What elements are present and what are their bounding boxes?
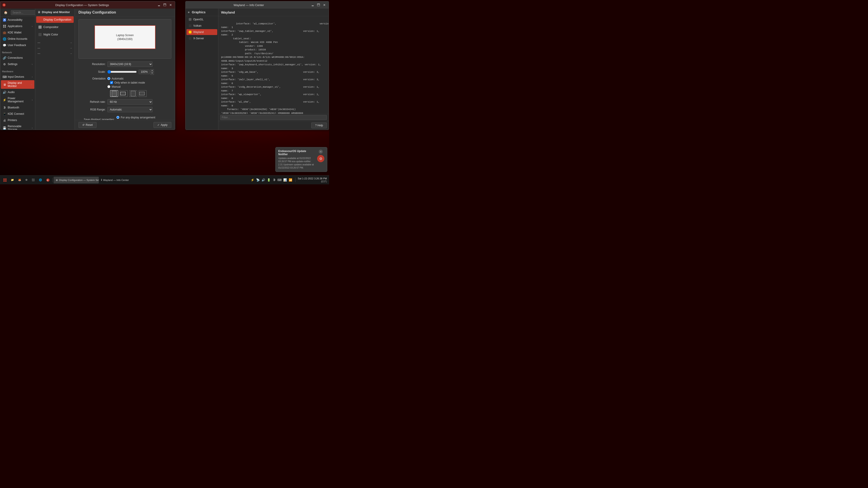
info-text-area: interface: 'wl_compositor', version: 4, … [218, 16, 329, 114]
graphics-item-x-server[interactable]: X-Server [186, 35, 217, 41]
sidebar-item-kde-wallet[interactable]: 💼 KDE Wallet [1, 30, 34, 35]
input-devices-arrow: › [32, 76, 33, 78]
app-launcher-button[interactable] [1, 177, 8, 184]
display-task-icon: 🖥 [55, 179, 58, 182]
tray-network-icon[interactable]: 📡 [256, 178, 260, 182]
notification-close-button[interactable]: × [319, 150, 323, 154]
info-panel: Wayland interface: 'wl_compositor', vers… [218, 8, 329, 130]
rgb-range-select[interactable]: Automatic Full Limited [107, 107, 153, 112]
printers-label: Printers [8, 119, 33, 122]
sub-panel-item-2[interactable]: — → [35, 45, 74, 51]
taskbar-chromium[interactable]: 🌐 [37, 177, 44, 184]
reset-button[interactable]: ↺ Reset [79, 122, 96, 128]
sidebar-item-settings[interactable]: ⚙ Settings › [1, 61, 34, 67]
tray-battery-icon[interactable]: 🔋 [267, 178, 271, 182]
tray-audio-icon[interactable]: 🔊 [261, 178, 266, 182]
graphics-item-wayland[interactable]: Wayland [186, 29, 217, 35]
rgb-range-row: RGB Range: Automatic Full Limited [79, 107, 171, 112]
orient-landscape-button[interactable] [120, 90, 128, 97]
system-settings-content: 🏠 ≡ ♿ Accessibility Applications › [0, 8, 175, 130]
main-content-area: Display Configuration Laptop Screen (384… [75, 8, 175, 130]
sidebar-header: 🏠 ≡ [0, 8, 35, 17]
sidebar-item-removable-storage[interactable]: 💾 Removable Storage › [1, 124, 34, 130]
manual-orientation-label: Manual [112, 85, 121, 88]
sidebar-item-bluetooth[interactable]: Bluetooth [1, 105, 34, 110]
compositor-item[interactable]: Compositor [36, 24, 74, 30]
screen-preview-box[interactable]: Laptop Screen (3840x2160) [94, 25, 156, 49]
home-button[interactable]: 🏠 [2, 10, 9, 15]
tray-power-icon[interactable]: ⚡ [250, 178, 254, 182]
graphics-item-vulkan[interactable]: Vulkan [186, 23, 217, 29]
close-button[interactable]: ✕ [168, 2, 173, 7]
clock-date: Sat 1-22-2022 3:26:38 PM [298, 177, 327, 180]
sidebar-item-accessibility[interactable]: ♿ Accessibility [1, 17, 34, 23]
sidebar-item-power-management[interactable]: ⚡ Power Management › [1, 96, 34, 104]
graphics-item-opengl[interactable]: OpenGL [186, 17, 217, 22]
info-minimize-button[interactable]: 🗕 [310, 2, 315, 7]
taskbar-firefox[interactable]: 🦊 [16, 177, 23, 184]
laptop-screen-resolution: (3840x2160) [117, 37, 132, 41]
sidebar-item-audio[interactable]: 🔊 Audio [1, 89, 34, 95]
sidebar-item-applications[interactable]: Applications › [1, 23, 34, 29]
help-button[interactable]: ? Help [311, 123, 327, 128]
x-server-label: X-Server [193, 37, 204, 40]
display-panel-icon: 🖥 [37, 10, 40, 14]
taskbar-terminal[interactable]: ⬛ [30, 177, 37, 184]
taskbar-endeavour[interactable]: e [44, 177, 52, 184]
refresh-rate-select[interactable]: 60 Hz 30 Hz [107, 99, 153, 105]
kde-wallet-icon: 💼 [3, 31, 6, 34]
taskbar-wayland-task[interactable]: ℹ Wayland — Info Center [99, 177, 131, 184]
sidebar-item-display-monitor[interactable]: 🖥 Display and Monitor → [1, 80, 34, 89]
sidebar-item-online-accounts[interactable]: 🌐 Online Accounts [1, 36, 34, 42]
scale-slider[interactable] [107, 70, 137, 74]
night-color-item[interactable]: Night Color [36, 31, 74, 38]
search-input[interactable] [11, 10, 35, 15]
tray-keyboard-icon[interactable]: ⌨ [278, 178, 282, 182]
scale-value-input[interactable] [138, 70, 150, 74]
info-close-button[interactable]: ✕ [322, 2, 327, 7]
sub-item-arrow-1: → [70, 41, 72, 44]
orient-landscape-flip-button[interactable] [138, 90, 147, 97]
sidebar-item-input-devices[interactable]: ⌨ Input Devices › [1, 74, 34, 80]
taskbar-clock[interactable]: Sat 1-22-2022 3:26:38 PM (EST) [297, 177, 328, 183]
scale-up-button[interactable]: ▲ [150, 69, 154, 72]
apply-button[interactable]: ✓ Apply [153, 122, 171, 128]
orient-portrait-flip-button[interactable] [129, 90, 137, 97]
resolution-select[interactable]: 3840x2160 (16:9) 2560x1440 (16:9) 1920x1… [107, 61, 153, 67]
tray-monitor-icon[interactable]: 📊 [283, 178, 287, 182]
sub-panel-item-3[interactable]: — → [35, 51, 74, 56]
taskbar-display-config-task[interactable]: 🖥 Display Configuration — System Setting… [54, 177, 99, 184]
scale-arrows: ▲ ▼ [150, 69, 154, 75]
filter-input[interactable] [220, 115, 327, 120]
sidebar-item-user-feedback[interactable]: 💬 User Feedback [1, 42, 34, 48]
display-panel: 🖥 Display and Monitor Display Configurat… [35, 8, 75, 130]
taskbar-settings[interactable]: ⚙ [24, 177, 29, 184]
tray-bluetooth-icon[interactable] [272, 178, 276, 182]
sidebar-item-connections[interactable]: 🔗 Connections [1, 55, 34, 61]
minimize-button[interactable]: 🗕 [156, 2, 161, 7]
notification-text: Updates available at 01/22/2022 03:26:57… [278, 157, 315, 169]
save-any-radio[interactable] [116, 116, 119, 119]
info-center-titlebar: Wayland — Info Center 🗕 🗖 ✕ [186, 1, 329, 8]
manual-orientation-radio[interactable] [107, 85, 110, 88]
maximize-button[interactable]: 🗖 [162, 2, 167, 7]
save-label: Save displays' properties: [79, 118, 115, 120]
sub-panel-item-1[interactable]: — → [35, 40, 74, 45]
sidebar-item-printers[interactable]: 🖨 Printers [1, 117, 34, 123]
wayland-panel-title: Wayland [221, 10, 235, 14]
info-maximize-button[interactable]: 🗖 [316, 2, 321, 7]
sidebar-item-kde-connect[interactable]: 📱 KDE Connect [1, 111, 34, 117]
scale-down-button[interactable]: ▼ [150, 72, 154, 74]
sub-item-arrow-2: → [70, 46, 72, 50]
wayland-task-label: Wayland — Info Center [103, 179, 129, 182]
display-config-item[interactable]: Display Configuration [36, 16, 74, 23]
auto-orientation-radio[interactable] [107, 77, 110, 80]
power-label: Power Management [8, 97, 31, 103]
vulkan-dot [189, 24, 191, 27]
printers-icon: 🖨 [3, 119, 6, 122]
orient-portrait-button[interactable] [110, 90, 118, 97]
accessibility-label: Accessibility [8, 18, 33, 22]
tablet-mode-checkbox[interactable] [110, 81, 113, 84]
taskbar-file-manager[interactable]: 📁 [9, 177, 16, 184]
tray-wifi-icon[interactable]: 📶 [288, 178, 292, 182]
